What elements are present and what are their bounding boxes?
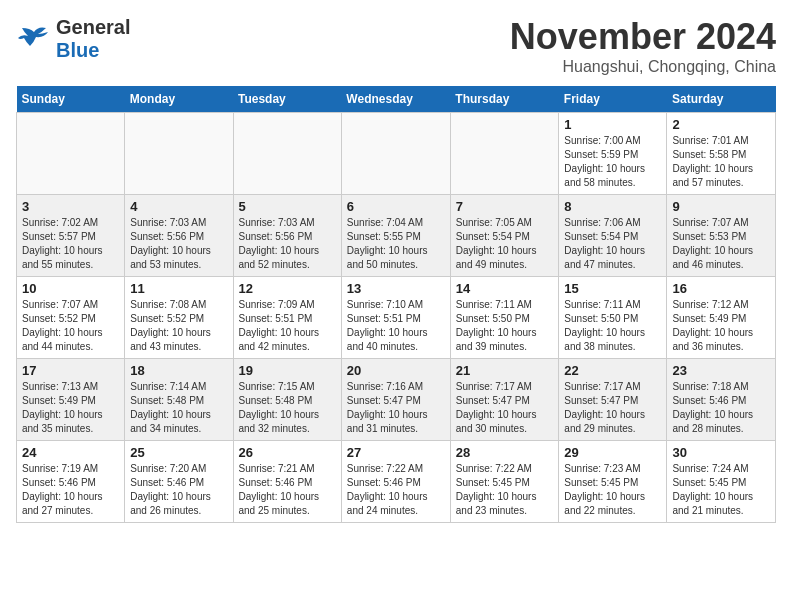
calendar-cell <box>341 113 450 195</box>
day-info: Sunrise: 7:14 AM Sunset: 5:48 PM Dayligh… <box>130 380 227 436</box>
day-number: 2 <box>672 117 770 132</box>
calendar-cell <box>17 113 125 195</box>
day-number: 3 <box>22 199 119 214</box>
day-number: 27 <box>347 445 445 460</box>
calendar-cell: 8Sunrise: 7:06 AM Sunset: 5:54 PM Daylig… <box>559 195 667 277</box>
day-number: 17 <box>22 363 119 378</box>
day-info: Sunrise: 7:07 AM Sunset: 5:52 PM Dayligh… <box>22 298 119 354</box>
day-info: Sunrise: 7:07 AM Sunset: 5:53 PM Dayligh… <box>672 216 770 272</box>
calendar-cell: 23Sunrise: 7:18 AM Sunset: 5:46 PM Dayli… <box>667 359 776 441</box>
weekday-monday: Monday <box>125 86 233 113</box>
day-info: Sunrise: 7:04 AM Sunset: 5:55 PM Dayligh… <box>347 216 445 272</box>
weekday-thursday: Thursday <box>450 86 559 113</box>
logo: GeneralBlue <box>16 16 130 62</box>
day-info: Sunrise: 7:21 AM Sunset: 5:46 PM Dayligh… <box>239 462 336 518</box>
day-info: Sunrise: 7:18 AM Sunset: 5:46 PM Dayligh… <box>672 380 770 436</box>
weekday-saturday: Saturday <box>667 86 776 113</box>
day-number: 29 <box>564 445 661 460</box>
calendar-cell: 25Sunrise: 7:20 AM Sunset: 5:46 PM Dayli… <box>125 441 233 523</box>
day-number: 25 <box>130 445 227 460</box>
calendar-cell: 17Sunrise: 7:13 AM Sunset: 5:49 PM Dayli… <box>17 359 125 441</box>
day-info: Sunrise: 7:17 AM Sunset: 5:47 PM Dayligh… <box>456 380 554 436</box>
day-number: 16 <box>672 281 770 296</box>
day-number: 11 <box>130 281 227 296</box>
day-number: 6 <box>347 199 445 214</box>
calendar-cell <box>450 113 559 195</box>
calendar-cell: 18Sunrise: 7:14 AM Sunset: 5:48 PM Dayli… <box>125 359 233 441</box>
day-info: Sunrise: 7:20 AM Sunset: 5:46 PM Dayligh… <box>130 462 227 518</box>
day-number: 23 <box>672 363 770 378</box>
day-info: Sunrise: 7:12 AM Sunset: 5:49 PM Dayligh… <box>672 298 770 354</box>
day-number: 9 <box>672 199 770 214</box>
month-title: November 2024 <box>510 16 776 58</box>
calendar-cell: 6Sunrise: 7:04 AM Sunset: 5:55 PM Daylig… <box>341 195 450 277</box>
day-number: 18 <box>130 363 227 378</box>
calendar-cell: 30Sunrise: 7:24 AM Sunset: 5:45 PM Dayli… <box>667 441 776 523</box>
day-number: 1 <box>564 117 661 132</box>
day-info: Sunrise: 7:01 AM Sunset: 5:58 PM Dayligh… <box>672 134 770 190</box>
calendar-cell: 24Sunrise: 7:19 AM Sunset: 5:46 PM Dayli… <box>17 441 125 523</box>
day-number: 13 <box>347 281 445 296</box>
day-number: 21 <box>456 363 554 378</box>
calendar-cell: 29Sunrise: 7:23 AM Sunset: 5:45 PM Dayli… <box>559 441 667 523</box>
day-info: Sunrise: 7:22 AM Sunset: 5:45 PM Dayligh… <box>456 462 554 518</box>
day-info: Sunrise: 7:19 AM Sunset: 5:46 PM Dayligh… <box>22 462 119 518</box>
logo-text: GeneralBlue <box>56 16 130 61</box>
calendar-cell: 22Sunrise: 7:17 AM Sunset: 5:47 PM Dayli… <box>559 359 667 441</box>
day-info: Sunrise: 7:05 AM Sunset: 5:54 PM Dayligh… <box>456 216 554 272</box>
day-number: 24 <box>22 445 119 460</box>
calendar-cell: 4Sunrise: 7:03 AM Sunset: 5:56 PM Daylig… <box>125 195 233 277</box>
calendar-cell: 10Sunrise: 7:07 AM Sunset: 5:52 PM Dayli… <box>17 277 125 359</box>
day-number: 4 <box>130 199 227 214</box>
day-info: Sunrise: 7:03 AM Sunset: 5:56 PM Dayligh… <box>239 216 336 272</box>
day-number: 8 <box>564 199 661 214</box>
week-row-3: 10Sunrise: 7:07 AM Sunset: 5:52 PM Dayli… <box>17 277 776 359</box>
day-number: 12 <box>239 281 336 296</box>
day-number: 15 <box>564 281 661 296</box>
calendar-cell: 26Sunrise: 7:21 AM Sunset: 5:46 PM Dayli… <box>233 441 341 523</box>
week-row-4: 17Sunrise: 7:13 AM Sunset: 5:49 PM Dayli… <box>17 359 776 441</box>
calendar-cell: 11Sunrise: 7:08 AM Sunset: 5:52 PM Dayli… <box>125 277 233 359</box>
weekday-friday: Friday <box>559 86 667 113</box>
calendar-cell: 2Sunrise: 7:01 AM Sunset: 5:58 PM Daylig… <box>667 113 776 195</box>
calendar-cell: 5Sunrise: 7:03 AM Sunset: 5:56 PM Daylig… <box>233 195 341 277</box>
day-number: 30 <box>672 445 770 460</box>
calendar-cell: 21Sunrise: 7:17 AM Sunset: 5:47 PM Dayli… <box>450 359 559 441</box>
calendar-cell: 16Sunrise: 7:12 AM Sunset: 5:49 PM Dayli… <box>667 277 776 359</box>
calendar-cell: 12Sunrise: 7:09 AM Sunset: 5:51 PM Dayli… <box>233 277 341 359</box>
week-row-2: 3Sunrise: 7:02 AM Sunset: 5:57 PM Daylig… <box>17 195 776 277</box>
day-number: 20 <box>347 363 445 378</box>
day-info: Sunrise: 7:02 AM Sunset: 5:57 PM Dayligh… <box>22 216 119 272</box>
calendar-cell: 27Sunrise: 7:22 AM Sunset: 5:46 PM Dayli… <box>341 441 450 523</box>
calendar-cell: 20Sunrise: 7:16 AM Sunset: 5:47 PM Dayli… <box>341 359 450 441</box>
calendar-cell: 19Sunrise: 7:15 AM Sunset: 5:48 PM Dayli… <box>233 359 341 441</box>
day-info: Sunrise: 7:11 AM Sunset: 5:50 PM Dayligh… <box>456 298 554 354</box>
day-info: Sunrise: 7:16 AM Sunset: 5:47 PM Dayligh… <box>347 380 445 436</box>
day-number: 28 <box>456 445 554 460</box>
week-row-5: 24Sunrise: 7:19 AM Sunset: 5:46 PM Dayli… <box>17 441 776 523</box>
day-info: Sunrise: 7:17 AM Sunset: 5:47 PM Dayligh… <box>564 380 661 436</box>
day-info: Sunrise: 7:09 AM Sunset: 5:51 PM Dayligh… <box>239 298 336 354</box>
calendar-cell: 14Sunrise: 7:11 AM Sunset: 5:50 PM Dayli… <box>450 277 559 359</box>
calendar-cell: 7Sunrise: 7:05 AM Sunset: 5:54 PM Daylig… <box>450 195 559 277</box>
calendar-table: SundayMondayTuesdayWednesdayThursdayFrid… <box>16 86 776 523</box>
weekday-header-row: SundayMondayTuesdayWednesdayThursdayFrid… <box>17 86 776 113</box>
day-info: Sunrise: 7:15 AM Sunset: 5:48 PM Dayligh… <box>239 380 336 436</box>
day-info: Sunrise: 7:00 AM Sunset: 5:59 PM Dayligh… <box>564 134 661 190</box>
day-number: 26 <box>239 445 336 460</box>
weekday-sunday: Sunday <box>17 86 125 113</box>
day-info: Sunrise: 7:24 AM Sunset: 5:45 PM Dayligh… <box>672 462 770 518</box>
title-section: November 2024 Huangshui, Chongqing, Chin… <box>510 16 776 76</box>
day-info: Sunrise: 7:06 AM Sunset: 5:54 PM Dayligh… <box>564 216 661 272</box>
calendar-cell: 3Sunrise: 7:02 AM Sunset: 5:57 PM Daylig… <box>17 195 125 277</box>
day-number: 5 <box>239 199 336 214</box>
day-info: Sunrise: 7:10 AM Sunset: 5:51 PM Dayligh… <box>347 298 445 354</box>
day-number: 22 <box>564 363 661 378</box>
logo-bird-icon <box>16 24 52 54</box>
weekday-tuesday: Tuesday <box>233 86 341 113</box>
week-row-1: 1Sunrise: 7:00 AM Sunset: 5:59 PM Daylig… <box>17 113 776 195</box>
day-info: Sunrise: 7:08 AM Sunset: 5:52 PM Dayligh… <box>130 298 227 354</box>
day-info: Sunrise: 7:13 AM Sunset: 5:49 PM Dayligh… <box>22 380 119 436</box>
day-number: 10 <box>22 281 119 296</box>
day-info: Sunrise: 7:23 AM Sunset: 5:45 PM Dayligh… <box>564 462 661 518</box>
